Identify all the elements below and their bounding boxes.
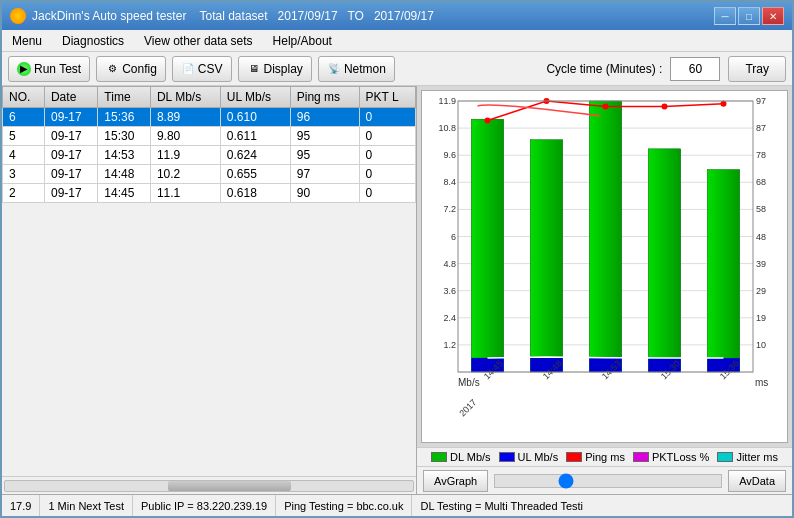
- data-table: NO. Date Time DL Mb/s UL Mb/s Ping ms PK…: [2, 86, 416, 203]
- config-label: Config: [122, 62, 157, 76]
- cell-date: 09-17: [44, 108, 97, 127]
- legend-dl-color: [431, 452, 447, 462]
- dataset-label: Total dataset: [200, 9, 268, 23]
- date-from: 2017/09/17: [278, 9, 338, 23]
- legend-ul-label: UL Mb/s: [518, 451, 559, 463]
- cell-pkt: 0: [359, 165, 415, 184]
- legend-ping: Ping ms: [566, 451, 625, 463]
- tray-button[interactable]: Tray: [728, 56, 786, 82]
- minimize-button[interactable]: ─: [714, 7, 736, 25]
- main-window: JackDinn's Auto speed tester Total datas…: [0, 0, 794, 518]
- cell-ul: 0.611: [220, 127, 290, 146]
- cell-ping: 90: [290, 184, 359, 203]
- chart-canvas: [422, 91, 787, 442]
- legend-pkt: PKTLoss %: [633, 451, 709, 463]
- cycle-time-input[interactable]: [670, 57, 720, 81]
- config-button[interactable]: ⚙ Config: [96, 56, 166, 82]
- cell-dl: 11.1: [150, 184, 220, 203]
- table-row[interactable]: 409-1714:5311.90.624950: [3, 146, 416, 165]
- menu-item-view-other[interactable]: View other data sets: [138, 33, 259, 49]
- legend-ping-color: [566, 452, 582, 462]
- menu-item-help[interactable]: Help/About: [267, 33, 338, 49]
- netmon-label: Netmon: [344, 62, 386, 76]
- scrollbar-track[interactable]: [4, 480, 414, 492]
- cycle-time-label: Cycle time (Minutes) :: [546, 62, 662, 76]
- display-icon: 🖥: [247, 62, 261, 76]
- cell-dl: 9.80: [150, 127, 220, 146]
- status-dl: DL Testing = Multi Threaded Testi: [412, 495, 792, 516]
- netmon-icon: 📡: [327, 62, 341, 76]
- col-time: Time: [98, 87, 151, 108]
- col-ul: UL Mb/s: [220, 87, 290, 108]
- cell-date: 09-17: [44, 127, 97, 146]
- run-test-button[interactable]: ▶ Run Test: [8, 56, 90, 82]
- run-icon: ▶: [17, 62, 31, 76]
- scrollbar-thumb[interactable]: [168, 481, 290, 491]
- status-public-ip: Public IP = 83.220.239.19: [133, 495, 276, 516]
- cell-no: 5: [3, 127, 45, 146]
- right-panel: DL Mb/s UL Mb/s Ping ms PKTLoss % Jitter…: [417, 86, 792, 494]
- cell-ping: 97: [290, 165, 359, 184]
- cell-pkt: 0: [359, 146, 415, 165]
- legend-dl: DL Mb/s: [431, 451, 491, 463]
- av-controls: AvGraph AvData: [417, 466, 792, 494]
- csv-label: CSV: [198, 62, 223, 76]
- toolbar: ▶ Run Test ⚙ Config 📄 CSV 🖥 Display 📡 Ne…: [2, 52, 792, 86]
- netmon-button[interactable]: 📡 Netmon: [318, 56, 395, 82]
- legend-pkt-color: [633, 452, 649, 462]
- main-area: NO. Date Time DL Mb/s UL Mb/s Ping ms PK…: [2, 86, 792, 494]
- legend-dl-label: DL Mb/s: [450, 451, 491, 463]
- cell-pkt: 0: [359, 184, 415, 203]
- legend-jitter-color: [717, 452, 733, 462]
- cell-date: 09-17: [44, 146, 97, 165]
- app-title-text: JackDinn's Auto speed tester: [32, 9, 186, 23]
- legend-ping-label: Ping ms: [585, 451, 625, 463]
- cell-no: 4: [3, 146, 45, 165]
- close-button[interactable]: ✕: [762, 7, 784, 25]
- legend-ul: UL Mb/s: [499, 451, 559, 463]
- cell-ping: 95: [290, 127, 359, 146]
- table-header-row: NO. Date Time DL Mb/s UL Mb/s Ping ms PK…: [3, 87, 416, 108]
- cell-time: 14:48: [98, 165, 151, 184]
- cell-time: 15:30: [98, 127, 151, 146]
- menu-bar: Menu Diagnostics View other data sets He…: [2, 30, 792, 52]
- display-button[interactable]: 🖥 Display: [238, 56, 312, 82]
- cell-pkt: 0: [359, 127, 415, 146]
- csv-icon: 📄: [181, 62, 195, 76]
- col-date: Date: [44, 87, 97, 108]
- av-slider[interactable]: [494, 474, 722, 488]
- cell-no: 6: [3, 108, 45, 127]
- col-no: NO.: [3, 87, 45, 108]
- cell-no: 2: [3, 184, 45, 203]
- title-bar: JackDinn's Auto speed tester Total datas…: [2, 2, 792, 30]
- run-test-label: Run Test: [34, 62, 81, 76]
- status-next-test: 1 Min Next Test: [40, 495, 133, 516]
- chart-area: [417, 86, 792, 447]
- legend-area: DL Mb/s UL Mb/s Ping ms PKTLoss % Jitter…: [417, 447, 792, 466]
- config-icon: ⚙: [105, 62, 119, 76]
- table-row[interactable]: 509-1715:309.800.611950: [3, 127, 416, 146]
- menu-item-menu[interactable]: Menu: [6, 33, 48, 49]
- date-to-label: TO: [347, 9, 363, 23]
- horizontal-scrollbar[interactable]: [2, 476, 416, 494]
- cell-time: 15:36: [98, 108, 151, 127]
- cell-ul: 0.610: [220, 108, 290, 127]
- csv-button[interactable]: 📄 CSV: [172, 56, 232, 82]
- legend-pkt-label: PKTLoss %: [652, 451, 709, 463]
- legend-jitter: Jitter ms: [717, 451, 778, 463]
- table-row[interactable]: 209-1714:4511.10.618900: [3, 184, 416, 203]
- av-data-button[interactable]: AvData: [728, 470, 786, 492]
- table-row[interactable]: 609-1715:368.890.610960: [3, 108, 416, 127]
- cell-date: 09-17: [44, 184, 97, 203]
- col-pkt: PKT L: [359, 87, 415, 108]
- chart-wrapper: [421, 90, 788, 443]
- cell-ul: 0.655: [220, 165, 290, 184]
- table-row[interactable]: 309-1714:4810.20.655970: [3, 165, 416, 184]
- av-graph-button[interactable]: AvGraph: [423, 470, 488, 492]
- status-ping: Ping Testing = bbc.co.uk: [276, 495, 412, 516]
- app-icon: [10, 8, 26, 24]
- menu-item-diagnostics[interactable]: Diagnostics: [56, 33, 130, 49]
- maximize-button[interactable]: □: [738, 7, 760, 25]
- col-dl: DL Mb/s: [150, 87, 220, 108]
- cell-ping: 95: [290, 146, 359, 165]
